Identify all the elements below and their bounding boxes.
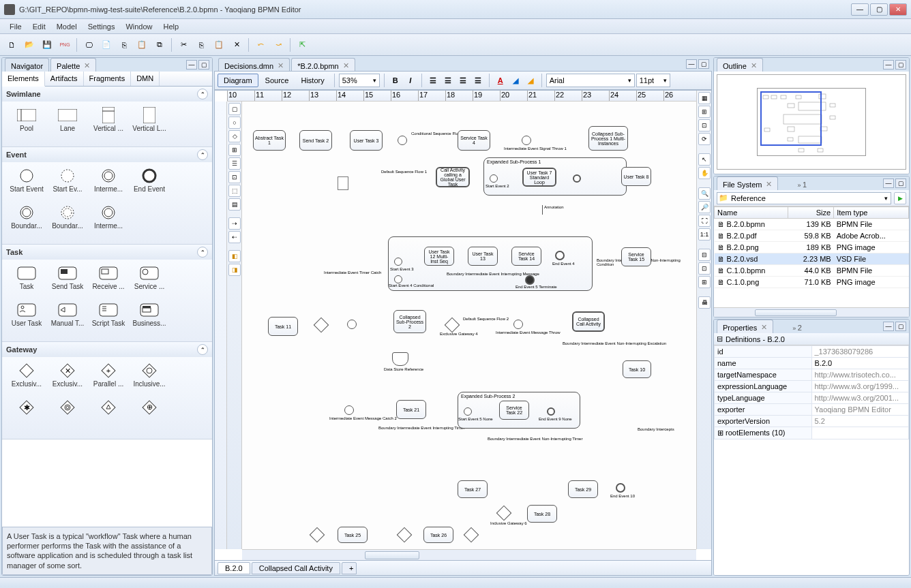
tool-icon[interactable]: ◨ <box>228 264 241 276</box>
zoom-fit-icon[interactable]: ⛶ <box>698 215 711 227</box>
bpmn-task[interactable]: Task 25 <box>338 527 368 543</box>
go-icon[interactable]: ▶ <box>894 192 906 204</box>
align-icon[interactable]: ⊟ <box>698 249 711 261</box>
file-row[interactable]: B.2.0.vsd2.23 MBVSD File <box>715 253 909 265</box>
palette-business-rule-task[interactable]: Business... <box>129 300 170 337</box>
bpmn-task[interactable]: Task 27 <box>458 480 488 498</box>
italic-icon[interactable]: I <box>404 74 417 87</box>
tool-icon[interactable]: ⇠ <box>228 231 241 243</box>
menu-model[interactable]: Model <box>51 21 83 32</box>
subtab-dmn[interactable]: DMN <box>131 72 160 86</box>
bpmn-gateway[interactable] <box>445 318 460 333</box>
zoom-in-icon[interactable]: 🔍 <box>698 187 711 200</box>
bpmn-task[interactable]: Service Task 14 <box>511 247 541 266</box>
copy-icon[interactable]: ⎘ <box>117 37 132 52</box>
bpmn-task[interactable]: Task 11 <box>268 317 298 336</box>
outline-view[interactable] <box>717 74 906 170</box>
redo-icon[interactable]: ⤻ <box>271 37 286 52</box>
file-row[interactable]: C.1.0.png71.0 KBPNG image <box>715 277 909 288</box>
bpmn-task[interactable]: User Task 12 Multi-Inst Seq <box>424 247 454 266</box>
maximize-panel-icon[interactable]: ▢ <box>198 60 209 69</box>
bpmn-task[interactable]: Call Activity calling a Global User Task <box>436 167 470 187</box>
tool-icon[interactable]: ▤ <box>228 198 241 211</box>
bpmn-subprocess[interactable]: Expanded Sub-Process 1 Start Event 2 Use… <box>483 157 627 196</box>
prop-row[interactable]: nameB.2.0 <box>715 358 909 369</box>
tool-icon[interactable]: ◇ <box>228 130 241 142</box>
palette-intermediate-throw[interactable]: Interme... <box>88 203 129 240</box>
bpmn-event[interactable] <box>394 275 402 283</box>
tool-icon[interactable]: ◧ <box>228 250 241 262</box>
file-row[interactable]: C.1.0.bpmn44.0 KBBPMN File <box>715 265 909 277</box>
tool-icon[interactable]: ☰ <box>228 157 241 170</box>
prop-row[interactable]: id_1373638079286 <box>715 346 909 358</box>
close-icon[interactable]: ✕ <box>766 180 772 189</box>
zoom-100-icon[interactable]: 1:1 <box>698 228 711 241</box>
bpmn-event[interactable] <box>490 174 498 183</box>
palette-task[interactable]: Task <box>6 264 47 300</box>
prop-row[interactable]: expressionLanguagehttp://www.w3.org/1999… <box>715 381 909 392</box>
font-color-icon[interactable]: A <box>494 74 507 87</box>
maximize-panel-icon[interactable]: ▢ <box>895 60 906 69</box>
filesystem-tab[interactable]: File System✕ <box>717 176 778 190</box>
bpmn-event[interactable] <box>573 174 581 183</box>
chevron-up-icon[interactable]: ⌃ <box>197 89 208 99</box>
bpmn-task[interactable]: Service Task 22 <box>499 401 529 420</box>
scroll-thumb[interactable] <box>365 551 419 559</box>
bpmn-event[interactable] <box>394 258 402 266</box>
palette-event-gw2[interactable] <box>88 398 129 435</box>
col-size[interactable]: Size <box>788 207 834 219</box>
palette-receive-task[interactable]: Receive ... <box>88 264 129 300</box>
pointer-icon[interactable]: ↖ <box>698 153 711 166</box>
snap-icon[interactable]: ⊡ <box>698 119 711 131</box>
col-name[interactable]: Name <box>715 207 788 219</box>
tool-icon[interactable]: ⊞ <box>228 144 241 156</box>
subtab-fragments[interactable]: Fragments <box>84 72 132 86</box>
diagram-tab-collapsed[interactable]: Collapsed Call Activity <box>252 562 340 574</box>
bpmn-task[interactable]: Abstract Task 1 <box>253 130 286 151</box>
duplicate-icon[interactable]: ⧉ <box>152 37 167 52</box>
bpmn-task[interactable]: Task 29 <box>568 480 598 498</box>
prop-row[interactable]: typeLanguagehttp://www.w3.org/2001... <box>715 392 909 404</box>
palette-boundary-event-ni[interactable]: Boundar... <box>47 203 88 240</box>
palette-lane[interactable]: Lane <box>47 106 88 142</box>
minimize-panel-icon[interactable]: — <box>186 60 197 69</box>
palette-inclusive-gw[interactable]: Inclusive... <box>129 361 170 398</box>
file-row[interactable]: B.2.0.pdf59.8 KBAdobe Acrob... <box>715 230 909 242</box>
navigator-tab[interactable]: Navigator <box>5 58 49 72</box>
align-right-icon[interactable]: ☰ <box>456 74 470 87</box>
zoom-out-icon[interactable]: 🔎 <box>698 201 711 213</box>
menu-edit[interactable]: Edit <box>27 21 51 32</box>
maximize-button[interactable]: ▢ <box>870 3 888 16</box>
menu-settings[interactable]: Settings <box>83 21 121 32</box>
line-color-icon[interactable]: ◢ <box>524 74 537 87</box>
bpmn-event[interactable] <box>522 136 531 145</box>
bpmn-gateway[interactable] <box>496 506 512 521</box>
outline-viewport[interactable] <box>760 91 822 146</box>
palette-boundary-event[interactable]: Boundar... <box>6 203 47 240</box>
palette-manual-task[interactable]: Manual T... <box>47 300 88 337</box>
new-icon[interactable]: 🗋 <box>4 37 19 52</box>
bpmn-task[interactable]: Service Task 4 <box>458 130 490 151</box>
open-icon[interactable]: 📂 <box>22 37 37 52</box>
bpmn-task[interactable]: User Task 8 <box>621 167 651 186</box>
prop-row[interactable]: exporterVersion5.2 <box>715 416 909 427</box>
cut-icon[interactable]: ✂ <box>176 37 191 52</box>
bpmn-task[interactable]: Service Task 15 <box>621 247 651 266</box>
bpmn-gateway[interactable] <box>397 527 413 543</box>
editor-tab-b20[interactable]: *B.2.0.bpmn✕ <box>291 58 355 72</box>
group-event[interactable]: Event⌃ <box>2 147 212 162</box>
maximize-panel-icon[interactable]: ▢ <box>895 322 906 331</box>
bpmn-gateway[interactable] <box>464 527 479 543</box>
align-left-icon[interactable]: ☰ <box>426 74 440 87</box>
subtab-elements[interactable]: Elements <box>2 72 45 87</box>
group-swimlane[interactable]: Swimlane⌃ <box>2 87 212 102</box>
palette-pool[interactable]: Pool <box>6 106 47 142</box>
palette-event-gw3[interactable]: ⊕ <box>129 398 170 435</box>
bpmn-subprocess[interactable]: Expanded Sub-Process 2 Start Event 5 Non… <box>458 392 580 429</box>
fill-color-icon[interactable]: ◢ <box>509 74 522 87</box>
minimize-button[interactable]: — <box>851 3 869 16</box>
palette-user-task[interactable]: User Task <box>6 300 47 337</box>
hand-icon[interactable]: ✋ <box>698 167 711 179</box>
palette-start-event-ni[interactable]: Start Ev... <box>47 166 88 203</box>
export-png-icon[interactable]: PNG <box>57 37 72 52</box>
